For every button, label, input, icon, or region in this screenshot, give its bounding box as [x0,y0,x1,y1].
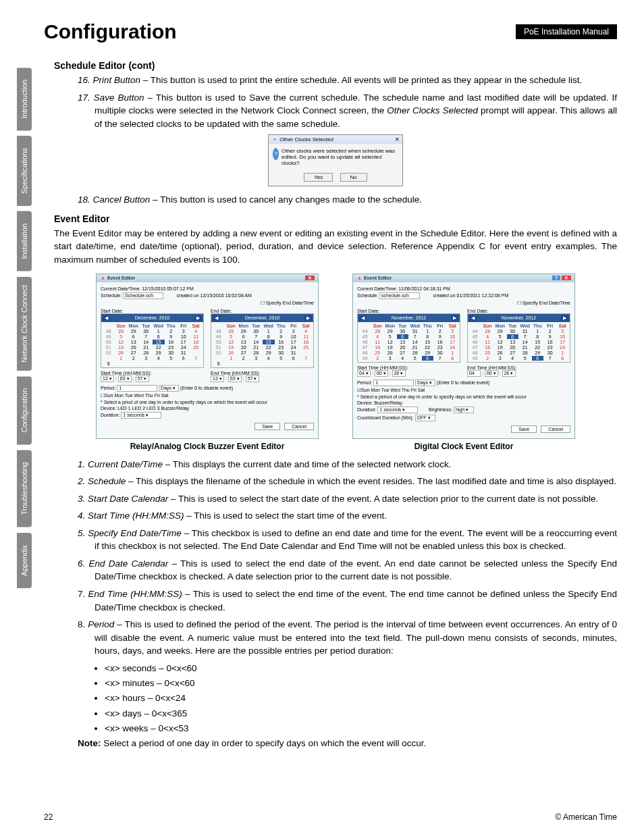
list-item: 7. End Time (HH:MM:SS) – This is used to… [78,588,617,614]
tab-introduction[interactable]: Introduction [17,68,32,130]
dialog-message: Other clocks were selected when schedule… [281,148,398,166]
note: Note: Select a period of one day in orde… [78,738,617,748]
bullet-item: <x> minutes – 0<x<60 [105,677,617,690]
digital-event-editor: 🔺 Event Editor ?✕ Current Date/Time: 11/… [352,273,575,439]
cancel-button[interactable]: Cancel [541,425,570,433]
save-button[interactable]: Save [254,423,280,430]
list-item: 6. End Date Calendar – This is used to s… [78,557,617,583]
list-item: 2. Schedule – This displays the filename… [78,475,617,488]
cancel-button[interactable]: Cancel [284,423,314,430]
close-icon[interactable]: ✕ [395,136,400,142]
other-clocks-dialog: 🔹 Other Clocks Selected ✕ ? Other clocks… [268,134,403,186]
no-button[interactable]: No [340,173,367,182]
list-item: 8. Period – This is used to defined the … [78,618,617,658]
tab-network-clock-connect[interactable]: Network Clock Connect [17,277,32,371]
event-editor-intro: The Event Editor may be entered by addin… [54,227,617,267]
period-bullets: <x> seconds – 0<x<60<x> minutes – 0<x<60… [105,662,617,735]
current-datetime: Current Date/Time: 12/15/2010 05:07:12 P… [101,286,314,291]
manual-badge: PoE Installation Manual [516,24,617,39]
page-number: 22 [44,812,53,822]
start-calendar[interactable]: ◀December, 2010▶ SunMonTueWedThuFriSat48… [101,313,204,368]
page-title: Configuration [44,20,177,43]
tab-configuration[interactable]: Configuration [17,376,32,444]
caption-digital: Digital Clock Event Editor [352,442,575,451]
copyright: © American Time [555,812,617,822]
list-item: 1. Current Date/Time – This displays the… [78,458,617,471]
item-18: 18. Cancel Button – This button is used … [78,193,617,207]
schedule-editor-heading: Schedule Editor (cont) [54,60,617,71]
bullet-item: <x> hours – 0<x<24 [105,692,617,705]
bullet-item: <x> days – 0<x<365 [105,707,617,721]
bullet-item: <x> weeks – 0<x<53 [105,722,617,735]
list-item: 5. Specify End Date/Time – This checkbox… [78,527,617,553]
schedule-field[interactable]: Schedule.sch [123,292,163,299]
save-button[interactable]: Save [511,425,537,433]
end-calendar[interactable]: ◀November, 2012▶ SunMonTueWedThuFriSat44… [467,313,570,363]
close-icon[interactable]: ✕ [305,276,315,280]
list-item: 3. Start Date Calendar – This is used to… [78,492,617,506]
yes-button[interactable]: Yes [304,173,333,182]
tab-installation[interactable]: Installation [17,211,32,271]
tab-troubleshooting[interactable]: Troubleshooting [17,450,32,527]
item-17: 17. Save Button – This button is used to… [78,91,617,131]
current-datetime: Current Date/Time: 11/06/2012 04:18:31 P… [357,286,570,291]
schedule-field[interactable]: schedule.sch [379,292,420,299]
list-item: 4. Start Time (HH:MM:SS) – This is used … [78,509,617,523]
start-calendar[interactable]: ◀November, 2012▶ SunMonTueWedThuFriSat44… [357,313,460,363]
relay-event-editor: 🔺 Event Editor ✕ Current Date/Time: 12/1… [96,273,319,439]
tab-specifications[interactable]: Specifications [17,136,32,206]
bullet-item: <x> seconds – 0<x<60 [105,662,617,675]
dialog-title: 🔹 Other Clocks Selected [271,136,333,142]
caption-relay: Relay/Analog Clock Buzzer Event Editor [96,442,319,451]
side-nav: Introduction Specifications Installation… [17,68,32,594]
end-calendar[interactable]: ◀December, 2010▶ SunMonTueWedThuFriSat48… [211,313,314,368]
close-icon[interactable]: ✕ [562,276,571,280]
tab-appendix[interactable]: Appendix [17,533,32,588]
event-editor-heading: Event Editor [54,213,617,224]
question-icon: ? [273,148,279,160]
item-16: 16. Print Button – This button is used t… [78,74,617,87]
